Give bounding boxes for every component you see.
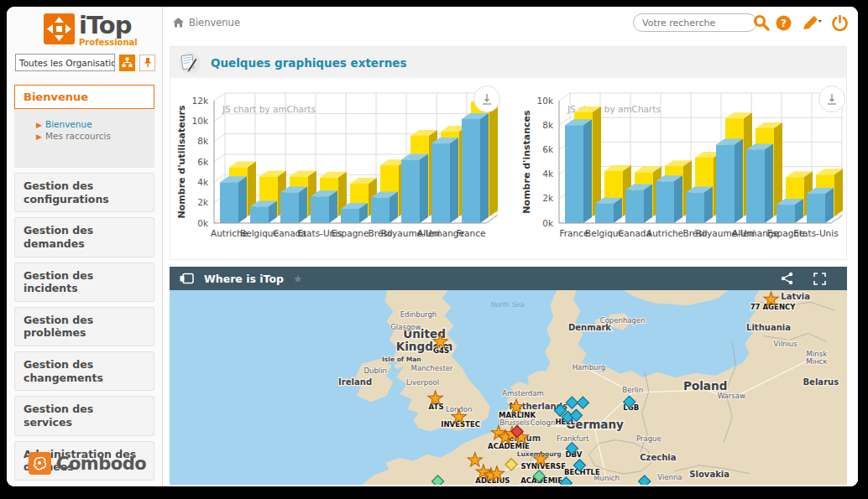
logoff-icon[interactable] [832, 15, 848, 31]
svg-text:2k: 2k [197, 197, 209, 207]
svg-text:Etats-Unis: Etats-Unis [793, 228, 838, 238]
chart-instances: 0k2k4k6k8k10kJS chart by amChartsFranceB… [519, 82, 852, 252]
map-label-ireland: Ireland [338, 377, 372, 387]
svg-text:2k: 2k [542, 193, 554, 203]
sidebar-section-gestion-des-services[interactable]: Gestion des services [14, 396, 154, 435]
map-label-vienna: Vienna [657, 473, 682, 481]
map-label-belarus: Belarus [803, 377, 839, 387]
chart-download-button[interactable] [818, 86, 845, 112]
pin-button[interactable] [139, 55, 155, 71]
svg-text:Autriche: Autriche [646, 228, 683, 238]
map-label-g4s: G4S [433, 346, 449, 355]
logo-subtitle: Professional [79, 39, 138, 47]
map-label-lithuania: Lithuania [746, 323, 791, 332]
help-icon[interactable]: ? [776, 15, 792, 31]
map-label-dublin: Dublin [363, 366, 387, 375]
map-label-edinburgh: Edinburgh [400, 310, 437, 319]
sidebar-section-outils-d-admin[interactable]: Outils d'admin [14, 486, 154, 486]
bullet-icon: ▶ [36, 121, 42, 129]
map-label--: Мінск [806, 357, 827, 366]
svg-text:Nombre d'utilisateurs: Nombre d'utilisateurs [176, 105, 187, 218]
sidebar-section-gestion-des-incidents[interactable]: Gestion des incidents [14, 262, 154, 302]
sidebar-section-gestion-des-changements[interactable]: Gestion des changements [14, 351, 154, 391]
sidebar-section-bienvenue[interactable]: Bienvenue [14, 85, 154, 109]
svg-text:8k: 8k [542, 120, 554, 130]
svg-text:8k: 8k [197, 136, 209, 146]
map-label-isle-of-man: Isle of Man [382, 356, 421, 363]
map-label-slovakia: Slovakia [689, 470, 729, 479]
sidebar-link-bienvenue[interactable]: ▶Bienvenue [36, 119, 151, 129]
document-pencil-icon [178, 51, 201, 75]
svg-text:4k: 4k [542, 169, 554, 179]
svg-text:0k: 0k [197, 218, 209, 228]
fullscreen-icon[interactable] [813, 273, 826, 285]
combodo-label: Combodo [56, 454, 146, 474]
svg-text:10k: 10k [537, 96, 554, 106]
map-label-liverpool: Liverpool [406, 378, 439, 387]
sidebar: iTop Professional Toutes les Organisatio… [7, 7, 163, 486]
chart-download-button[interactable] [473, 86, 500, 112]
chart-utilisateurs: 0k2k4k6k8k10k12kJS chart by amChartsAutr… [174, 82, 507, 252]
logo-title: iTop [79, 11, 132, 39]
topbar: Bienvenue ? [163, 7, 858, 39]
sidebar-menu: Bienvenue ▶Bienvenue▶Mes raccourcis Gest… [7, 73, 162, 486]
sidebar-section-gestion-des-configurations[interactable]: Gestion des configurations [14, 173, 154, 212]
sidebar-submenu: ▶Bienvenue▶Mes raccourcis [14, 109, 154, 168]
itop-logo-icon [44, 13, 75, 44]
svg-text:JS chart by amCharts: JS chart by amCharts [222, 104, 316, 114]
map-canvas[interactable]: North SeaUnitedKingdomGermanyPolandIrela… [170, 290, 847, 485]
panel-toggle-icon[interactable] [179, 272, 195, 285]
svg-text:10k: 10k [192, 116, 209, 126]
svg-text:France: France [457, 228, 486, 238]
map-label-manchester: Manchester [411, 364, 453, 372]
favorite-star-icon[interactable]: ★ [293, 273, 303, 285]
map-label-latvia: Latvia [781, 292, 810, 301]
sidebar-section-gestion-des-probl-mes[interactable]: Gestion des problèmes [14, 307, 154, 346]
edit-menu-icon[interactable] [802, 15, 822, 31]
pushpin-icon [143, 57, 153, 68]
map-label-frankfurt: Frankfurt [557, 434, 589, 443]
svg-text:Espagne: Espagne [332, 228, 369, 238]
map-label-warsaw: Warsaw [718, 392, 745, 400]
svg-text:6k: 6k [197, 157, 209, 167]
map-label-amsterdam: Amsterdam [502, 389, 544, 398]
map-label-north-sea: North Sea [490, 301, 525, 309]
map-label-prague: Prague [636, 434, 661, 443]
search-input[interactable] [633, 13, 757, 32]
map-panel-header: Where is iTop ★ [170, 267, 847, 290]
map-label-copenhagen: Copenhagen [600, 316, 646, 325]
map-label-marlink: MARLINK [499, 411, 536, 419]
sitemap-icon [122, 57, 133, 68]
map-label-hamburg: Hamburg [573, 363, 606, 372]
map-label-brussels: Brussels [499, 418, 530, 427]
share-icon[interactable] [781, 272, 793, 285]
app-window: iTop Professional Toutes les Organisatio… [7, 7, 858, 486]
sidebar-link-mes-raccourcis[interactable]: ▶Mes raccourcis [36, 131, 151, 141]
combodo-icon [29, 452, 51, 475]
hierarchy-button[interactable] [119, 55, 135, 71]
charts-panel-header: Quelques graphiques externes [170, 47, 846, 78]
map-label-poland: Poland [683, 379, 727, 392]
search-icon[interactable] [752, 13, 771, 35]
main-content: Quelques graphiques externes 0k2k4k6k8k1… [163, 39, 858, 486]
breadcrumb[interactable]: Bienvenue [173, 17, 240, 29]
svg-text:12k: 12k [192, 96, 209, 106]
home-icon [173, 18, 184, 28]
organization-selector[interactable]: Toutes les Organisatior▼ [15, 54, 115, 71]
svg-text:0k: 0k [542, 218, 554, 228]
map-panel: Where is iTop ★ [170, 267, 847, 485]
download-icon [826, 93, 838, 105]
svg-text:?: ? [781, 17, 787, 29]
svg-text:4k: 4k [197, 177, 209, 187]
sidebar-section-gestion-des-demandes[interactable]: Gestion des demandes [14, 217, 154, 257]
itop-logo: iTop Professional [7, 7, 162, 49]
svg-text:Nombre d'instances: Nombre d'instances [521, 110, 532, 214]
download-icon [481, 93, 493, 105]
svg-text:6k: 6k [542, 144, 554, 154]
charts-panel: Quelques graphiques externes 0k2k4k6k8k1… [170, 46, 847, 260]
breadcrumb-label: Bienvenue [189, 17, 240, 29]
map-label-berlin: Berlin [622, 386, 643, 394]
combodo-logo: Combodo [29, 452, 146, 475]
map-panel-title: Where is iTop [204, 273, 284, 285]
map-label-czechia: Czechia [640, 453, 676, 462]
